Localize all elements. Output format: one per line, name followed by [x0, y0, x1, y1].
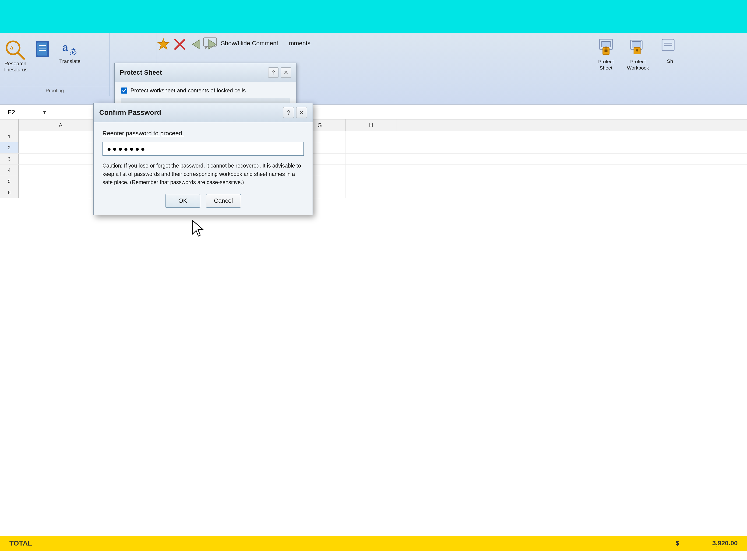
- svg-text:あ: あ: [69, 47, 77, 55]
- share-workbook-icon: [661, 37, 679, 56]
- confirm-password-titlebar: Confirm Password ? ✕: [94, 103, 313, 122]
- protect-sheet-help-btn[interactable]: ?: [268, 68, 279, 78]
- svg-text:a: a: [10, 44, 13, 51]
- protect-sheet-dialog-controls: ? ✕: [268, 68, 291, 78]
- cancel-icon-btn[interactable]: [173, 37, 187, 51]
- star-button[interactable]: [156, 37, 171, 51]
- translate-button[interactable]: a あ Translate: [56, 37, 84, 67]
- protect-sheet-label: ProtectSheet: [598, 58, 614, 71]
- confirm-password-content: Reenter password to proceed. ●●●●●●● Cau…: [94, 122, 313, 215]
- translate-icon: a あ: [60, 40, 79, 58]
- share-workbook-label: Sh: [667, 58, 673, 64]
- col-header-h: H: [345, 119, 397, 131]
- translate-label: Translate: [59, 58, 80, 64]
- protect-workbook-label: ProtectWorkbook: [627, 58, 649, 71]
- confirm-password-dialog: Confirm Password ? ✕ Reenter password to…: [93, 103, 313, 215]
- ribbon-group-proofing: a Research Thesaurus a あ Translate Proof: [0, 33, 110, 96]
- comments-label: mments: [289, 40, 310, 47]
- research-button[interactable]: a Research Thesaurus: [0, 37, 31, 75]
- protect-sheet-titlebar: Protect Sheet ? ✕: [114, 63, 296, 82]
- show-hide-comment-area: Show/Hide Comment mments: [203, 37, 310, 49]
- svg-rect-15: [204, 38, 216, 46]
- svg-marker-10: [158, 39, 169, 50]
- cell-ref-dropdown-arrow[interactable]: ▼: [42, 109, 47, 115]
- proofing-group-label: Proofing: [0, 86, 109, 93]
- total-label: TOTAL: [9, 539, 671, 547]
- total-row: TOTAL $ 3,920.00: [0, 536, 747, 551]
- protect-icons-group: ProtectSheet ProtectWorkbook Sh: [594, 35, 681, 93]
- cp-instruction: Reenter password to proceed.: [102, 130, 304, 137]
- protect-worksheet-checkbox-row: Protect worksheet and contents of locked…: [121, 87, 290, 94]
- confirm-password-help-btn[interactable]: ?: [283, 107, 294, 118]
- svg-text:a: a: [62, 42, 68, 53]
- cp-caution-text: Caution: If you lose or forget the passw…: [102, 162, 304, 187]
- cp-password-input[interactable]: ●●●●●●●: [102, 142, 304, 156]
- protect-workbook-button[interactable]: ProtectWorkbook: [625, 35, 651, 74]
- thesaurus-icon: [34, 40, 53, 58]
- ribbon-top-area: a Research Thesaurus a あ Translate Proof: [0, 33, 747, 105]
- protect-sheet-title: Protect Sheet: [120, 69, 162, 76]
- back-button[interactable]: [189, 37, 203, 51]
- svg-rect-4: [37, 43, 47, 56]
- research-label: Research: [4, 61, 26, 67]
- protect-workbook-icon: [629, 37, 647, 56]
- cell-reference-box[interactable]: E2: [5, 107, 37, 117]
- svg-marker-13: [192, 40, 200, 49]
- confirm-password-ok-button[interactable]: OK: [165, 194, 200, 208]
- total-value: 3,920.00: [686, 539, 738, 547]
- confirm-password-close-btn[interactable]: ✕: [296, 107, 307, 118]
- confirm-password-cancel-button[interactable]: Cancel: [206, 194, 241, 208]
- svg-line-1: [18, 53, 24, 59]
- share-workbook-button[interactable]: Sh: [658, 35, 681, 66]
- cp-password-dots: ●●●●●●●: [107, 145, 146, 153]
- svg-rect-24: [632, 42, 641, 48]
- thesaurus-button[interactable]: [31, 37, 56, 61]
- cp-buttons-row: OK Cancel: [102, 194, 304, 208]
- comment-icon: [203, 37, 217, 49]
- cell-ref-value: E2: [8, 109, 15, 116]
- svg-marker-16: [205, 46, 208, 49]
- svg-rect-22: [606, 46, 607, 50]
- thesaurus-label: Thesaurus: [3, 67, 28, 73]
- svg-rect-27: [662, 39, 674, 50]
- col-header-a: A: [19, 119, 103, 131]
- confirm-password-controls: ? ✕: [283, 107, 307, 118]
- confirm-password-title: Confirm Password: [99, 108, 161, 116]
- protect-worksheet-label: Protect worksheet and contents of locked…: [130, 87, 246, 94]
- protect-sheet-close-btn[interactable]: ✕: [281, 68, 291, 78]
- research-icon: a: [5, 40, 26, 61]
- protect-sheet-icon: [597, 37, 615, 56]
- protect-worksheet-checkbox[interactable]: [121, 87, 127, 94]
- row-num-header: [0, 119, 19, 131]
- cp-password-field-wrapper: ●●●●●●●: [102, 142, 304, 156]
- svg-point-26: [636, 49, 638, 52]
- protect-sheet-button[interactable]: ProtectSheet: [594, 35, 618, 74]
- total-currency: $: [675, 539, 679, 547]
- show-hide-comment-label: Show/Hide Comment: [221, 40, 278, 47]
